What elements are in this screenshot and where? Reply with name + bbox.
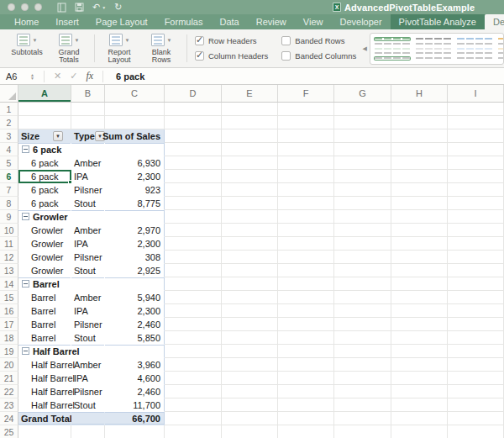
undo-dropdown-icon[interactable]: ▼ [102,5,106,10]
cell-C11[interactable]: 2,300 [105,237,165,251]
cell-I3[interactable] [448,129,504,143]
redo-icon[interactable]: ↻ [114,3,122,12]
cell-I16[interactable] [448,304,504,318]
cell-C20[interactable]: 3,960 [105,358,165,372]
cell-E22[interactable] [222,385,278,398]
cell-H6[interactable] [391,170,448,183]
cell-F16[interactable] [278,304,334,318]
dropdown-arrow-icon[interactable]: ▼ [167,38,172,43]
tab-home[interactable]: Home [6,14,47,29]
cell-H4[interactable] [391,143,448,156]
pivot-style-light-green[interactable] [374,37,411,61]
cell-D3[interactable] [165,129,222,143]
collapse-group-icon[interactable] [22,213,29,220]
cell-H20[interactable] [391,358,448,372]
cell-B12[interactable]: Pilsner [71,251,105,264]
column-header-E[interactable]: E [222,85,278,102]
cell-E11[interactable] [222,237,278,251]
grand-totals-button[interactable]: ▼Grand Totals [50,29,87,67]
cell-H13[interactable] [391,264,448,277]
row-header-14[interactable]: 14 [0,277,18,291]
row-header-18[interactable]: 18 [0,331,18,345]
cell-B7[interactable]: Pilsner [71,183,105,197]
cell-I2[interactable] [448,116,504,129]
column-header-A[interactable]: A [18,85,71,102]
cell-G19[interactable] [334,345,391,358]
confirm-icon[interactable]: ✓ [70,71,77,82]
cell-I8[interactable] [448,197,504,210]
cell-I10[interactable] [448,224,504,237]
cell-C4[interactable] [105,143,165,156]
checkbox-banded-columns[interactable]: Banded Columns [281,51,356,61]
cell-I24[interactable] [448,412,504,425]
cell-D6[interactable] [165,170,222,183]
cell-D10[interactable] [165,224,222,237]
checkbox-checked-icon[interactable] [195,36,204,45]
cell-H23[interactable] [391,398,448,412]
column-header-H[interactable]: H [391,85,448,102]
cell-F13[interactable] [278,264,334,277]
cell-B13[interactable]: Stout [71,264,105,277]
cell-F17[interactable] [278,318,334,331]
cell-A1[interactable] [18,103,71,116]
cell-H11[interactable] [391,237,448,251]
cell-A12[interactable]: Growler [18,251,71,264]
cell-D20[interactable] [165,358,222,372]
cell-C14[interactable] [105,277,165,291]
cell-F25[interactable] [278,425,334,438]
row-header-21[interactable]: 21 [0,372,18,385]
cell-E10[interactable] [222,224,278,237]
cell-F6[interactable] [278,170,334,183]
checkbox-unchecked-icon[interactable] [281,51,291,61]
cell-H7[interactable] [391,183,448,197]
cell-B14[interactable] [71,277,105,291]
cell-E1[interactable] [222,103,278,116]
cell-E16[interactable] [222,304,278,318]
cell-H19[interactable] [391,345,448,358]
cell-C23[interactable]: 11,700 [105,398,165,412]
cell-E23[interactable] [222,398,278,412]
cell-G15[interactable] [334,291,391,304]
cell-F12[interactable] [278,251,334,264]
checkbox-column-headers[interactable]: Column Headers [195,51,268,61]
cell-F14[interactable] [278,277,334,291]
save-icon[interactable] [75,3,84,12]
cell-F2[interactable] [278,116,334,129]
row-header-12[interactable]: 12 [0,251,18,264]
cell-A17[interactable]: Barrel [18,318,71,331]
cell-I20[interactable] [448,358,504,372]
cell-H9[interactable] [391,210,448,224]
cell-F15[interactable] [278,291,334,304]
cell-E13[interactable] [222,264,278,277]
cell-H18[interactable] [391,331,448,345]
cell-C6[interactable]: 2,300 [105,170,165,183]
cell-B18[interactable]: Stout [71,331,105,345]
tab-view[interactable]: View [295,14,332,29]
tab-design[interactable]: Design [485,14,504,29]
cell-A18[interactable]: Barrel [18,331,71,345]
cell-H2[interactable] [391,116,448,129]
row-header-7[interactable]: 7 [0,183,18,197]
cell-A15[interactable]: Barrel [18,291,71,304]
cell-H25[interactable] [391,425,448,438]
cell-I18[interactable] [448,331,504,345]
cell-F23[interactable] [278,398,334,412]
formula-input[interactable]: 6 pack [116,71,144,82]
cell-B19[interactable] [71,345,105,358]
row-header-22[interactable]: 22 [0,385,18,398]
select-all-corner[interactable] [0,85,18,102]
cell-F22[interactable] [278,385,334,398]
cell-B25[interactable] [71,425,105,438]
column-header-B[interactable]: B [71,85,105,102]
cell-G20[interactable] [334,358,391,372]
cell-I22[interactable] [448,385,504,398]
cell-G13[interactable] [334,264,391,277]
collapse-group-icon[interactable] [22,280,29,288]
cell-B22[interactable]: Pilsner [71,385,105,398]
tab-formulas[interactable]: Formulas [156,14,212,29]
close-icon[interactable] [8,3,15,11]
cell-D4[interactable] [165,143,222,156]
pivot-style-light-blue[interactable] [456,37,493,61]
cell-C8[interactable]: 8,775 [105,197,165,210]
cell-D13[interactable] [165,264,222,277]
